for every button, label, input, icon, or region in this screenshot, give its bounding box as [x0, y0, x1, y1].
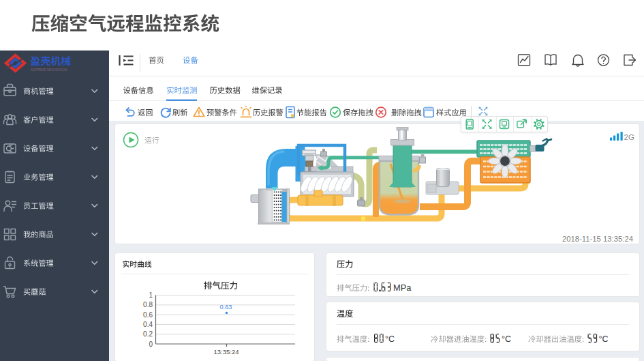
svg-text:°C: °C — [502, 334, 511, 344]
svg-text:13:35:24: 13:35:24 — [214, 348, 239, 356]
svg-text:0.2: 0.2 — [143, 330, 153, 338]
svg-text:0.4: 0.4 — [143, 321, 153, 328]
svg-text:0.6: 0.6 — [143, 311, 153, 319]
svg-text:0.8: 0.8 — [143, 301, 153, 308]
svg-text:SUPREME MECHANICAL: SUPREME MECHANICAL — [31, 68, 68, 72]
svg-text:2G: 2G — [624, 133, 634, 141]
svg-text:2018-11-15 13:35:24: 2018-11-15 13:35:24 — [562, 235, 633, 243]
svg-text:MPa: MPa — [393, 283, 412, 293]
svg-text:0.63: 0.63 — [219, 304, 232, 311]
svg-text:°C: °C — [599, 334, 609, 344]
svg-text:0: 0 — [149, 341, 153, 348]
svg-text:°C: °C — [385, 334, 395, 344]
svg-text:1: 1 — [149, 291, 153, 299]
